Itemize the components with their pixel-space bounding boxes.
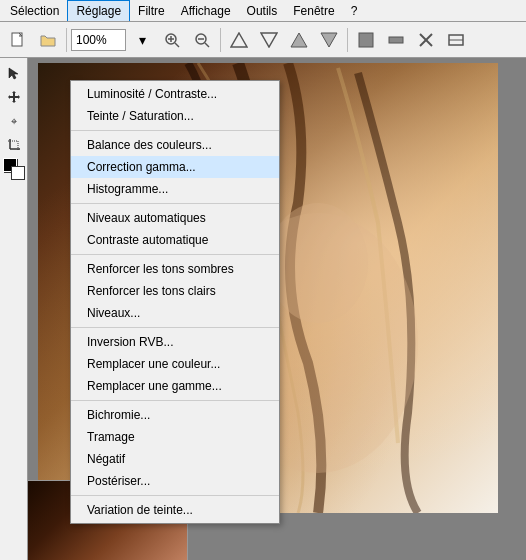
menu-correction-gamma[interactable]: Correction gamma... bbox=[71, 156, 279, 178]
toolbar-btn-4[interactable] bbox=[255, 26, 283, 54]
toolbar-btn-9[interactable] bbox=[412, 26, 440, 54]
menu-negatif[interactable]: Négatif bbox=[71, 448, 279, 470]
menu-teinte[interactable]: Teinte / Saturation... bbox=[71, 105, 279, 127]
zoom-out-button[interactable] bbox=[188, 26, 216, 54]
sep-3 bbox=[71, 254, 279, 255]
menu-outils[interactable]: Outils bbox=[239, 0, 286, 21]
menu-histogramme[interactable]: Histogramme... bbox=[71, 178, 279, 200]
toolbar-btn-6[interactable] bbox=[315, 26, 343, 54]
menu-inversion[interactable]: Inversion RVB... bbox=[71, 331, 279, 353]
select-tool[interactable] bbox=[3, 62, 25, 84]
menubar: Sélection Réglage Filtre Affichage Outil… bbox=[0, 0, 526, 22]
sep-4 bbox=[71, 327, 279, 328]
sep1 bbox=[66, 28, 67, 52]
svg-marker-10 bbox=[291, 33, 307, 47]
menu-affichage[interactable]: Affichage bbox=[173, 0, 239, 21]
menu-luminosite[interactable]: Luminosité / Contraste... bbox=[71, 83, 279, 105]
color-selector[interactable] bbox=[3, 158, 25, 180]
reglage-menu: Luminosité / Contraste... Teinte / Satur… bbox=[70, 80, 280, 524]
svg-marker-8 bbox=[231, 33, 247, 47]
new-button[interactable] bbox=[4, 26, 32, 54]
svg-rect-12 bbox=[359, 33, 373, 47]
open-button[interactable] bbox=[34, 26, 62, 54]
menu-fenetre[interactable]: Fenêtre bbox=[285, 0, 342, 21]
sep-5 bbox=[71, 400, 279, 401]
crop-tool[interactable] bbox=[3, 134, 25, 156]
zoom-in-button[interactable] bbox=[158, 26, 186, 54]
menu-remplacer-gamme[interactable]: Remplacer une gamme... bbox=[71, 375, 279, 397]
toolbar-btn-7[interactable] bbox=[352, 26, 380, 54]
menu-reglage[interactable]: Réglage bbox=[67, 0, 130, 21]
menu-help[interactable]: ? bbox=[343, 0, 366, 21]
toolbar: 100% ▾ bbox=[0, 22, 526, 58]
toolbar-btn-3[interactable] bbox=[225, 26, 253, 54]
toolbar-btn-8[interactable] bbox=[382, 26, 410, 54]
lasso-tool[interactable]: ⌖ bbox=[3, 110, 25, 132]
sep-6 bbox=[71, 495, 279, 496]
sep3 bbox=[347, 28, 348, 52]
zoom-dropdown[interactable]: ▾ bbox=[128, 26, 156, 54]
svg-marker-11 bbox=[321, 33, 337, 47]
menu-filtre[interactable]: Filtre bbox=[130, 0, 173, 21]
move-tool[interactable] bbox=[3, 86, 25, 108]
svg-rect-13 bbox=[389, 37, 403, 43]
zoom-display[interactable]: 100% bbox=[71, 29, 126, 51]
menu-posteriser[interactable]: Postériser... bbox=[71, 470, 279, 492]
svg-line-6 bbox=[205, 43, 209, 47]
menu-balance[interactable]: Balance des couleurs... bbox=[71, 134, 279, 156]
menu-bichromie[interactable]: Bichromie... bbox=[71, 404, 279, 426]
toolbar-btn-10[interactable] bbox=[442, 26, 470, 54]
main-area: ⌖ bbox=[0, 58, 526, 560]
menu-tons-sombres[interactable]: Renforcer les tons sombres bbox=[71, 258, 279, 280]
sep-1 bbox=[71, 130, 279, 131]
svg-line-2 bbox=[175, 43, 179, 47]
toolbar-btn-5[interactable] bbox=[285, 26, 313, 54]
menu-contraste-auto[interactable]: Contraste automatique bbox=[71, 229, 279, 251]
svg-point-23 bbox=[268, 203, 368, 323]
menu-tramage[interactable]: Tramage bbox=[71, 426, 279, 448]
sep-2 bbox=[71, 203, 279, 204]
menu-niveaux-auto[interactable]: Niveaux automatiques bbox=[71, 207, 279, 229]
sep2 bbox=[220, 28, 221, 52]
toolbox: ⌖ bbox=[0, 58, 28, 560]
menu-variation-teinte[interactable]: Variation de teinte... bbox=[71, 499, 279, 521]
menu-selection[interactable]: Sélection bbox=[2, 0, 67, 21]
menu-remplacer-couleur[interactable]: Remplacer une couleur... bbox=[71, 353, 279, 375]
svg-marker-9 bbox=[261, 33, 277, 47]
background-color[interactable] bbox=[11, 166, 25, 180]
menu-tons-clairs[interactable]: Renforcer les tons clairs bbox=[71, 280, 279, 302]
menu-niveaux[interactable]: Niveaux... bbox=[71, 302, 279, 324]
